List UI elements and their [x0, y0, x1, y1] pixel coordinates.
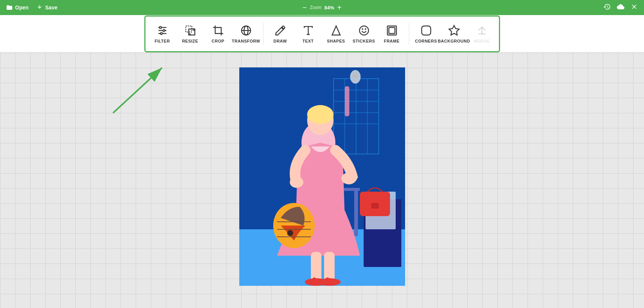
- tool-resize[interactable]: RESIZE: [177, 19, 203, 49]
- corners-label: CORNERS: [415, 39, 437, 43]
- save-label: Save: [45, 5, 58, 11]
- svg-rect-56: [313, 278, 316, 285]
- open-icon: [6, 4, 13, 11]
- merge-label: MERGE: [474, 39, 490, 43]
- draw-label: DRAW: [274, 39, 287, 43]
- svg-point-14: [359, 26, 369, 35]
- tool-frame[interactable]: FRAME: [379, 19, 405, 49]
- filter-label: FILTER: [154, 39, 170, 43]
- zoom-out-button[interactable]: −: [302, 4, 307, 11]
- tool-corners[interactable]: CORNERS: [413, 19, 439, 49]
- close-icon: [630, 3, 638, 11]
- svg-point-57: [318, 278, 341, 286]
- text-label: TEXT: [302, 39, 314, 43]
- svg-point-5: [160, 32, 162, 34]
- svg-rect-19: [422, 26, 431, 35]
- open-label: Open: [15, 5, 29, 11]
- svg-rect-58: [326, 278, 329, 285]
- tool-merge[interactable]: MERGE: [469, 19, 495, 49]
- corners-icon: [420, 24, 432, 37]
- svg-rect-38: [345, 86, 349, 116]
- tool-crop[interactable]: CROP: [205, 19, 231, 49]
- svg-point-48: [342, 173, 355, 184]
- tool-background[interactable]: BACKGROUND: [441, 19, 467, 49]
- svg-point-46: [307, 105, 333, 124]
- svg-rect-54: [324, 252, 335, 282]
- history-icon: [603, 3, 611, 11]
- zoom-label: Zoom: [310, 5, 321, 10]
- cloud-icon: [617, 3, 624, 11]
- frame-icon: [386, 24, 398, 37]
- zoom-value: 84%: [324, 5, 334, 11]
- divider-2: [409, 23, 409, 45]
- svg-rect-37: [353, 75, 357, 78]
- transform-icon: [240, 24, 252, 37]
- shapes-icon: [330, 24, 342, 37]
- svg-point-50: [287, 230, 293, 236]
- divider-1: [263, 23, 263, 45]
- save-icon: [36, 4, 43, 11]
- resize-icon: [184, 24, 196, 37]
- transform-label: TRANSFORM: [232, 39, 260, 43]
- frame-label: FRAME: [384, 39, 400, 43]
- tool-draw[interactable]: DRAW: [267, 19, 294, 49]
- topbar-left: Open Save: [6, 4, 57, 11]
- svg-marker-13: [332, 26, 340, 35]
- tool-text[interactable]: TEXT: [295, 19, 321, 49]
- save-button[interactable]: Save: [36, 4, 58, 11]
- background-label: BACKGROUND: [438, 39, 470, 43]
- crop-icon: [212, 24, 224, 37]
- stickers-label: STICKERS: [353, 39, 375, 43]
- tool-transform[interactable]: TRANSFORM: [233, 19, 259, 49]
- zoom-in-button[interactable]: +: [337, 4, 342, 11]
- cloud-button[interactable]: [617, 3, 624, 12]
- text-icon: [302, 24, 314, 37]
- svg-line-24: [113, 68, 162, 113]
- history-button[interactable]: [603, 3, 611, 12]
- tool-shapes[interactable]: SHAPES: [323, 19, 349, 49]
- svg-rect-41: [354, 191, 358, 236]
- close-button[interactable]: [630, 3, 638, 12]
- shapes-label: SHAPES: [327, 39, 345, 43]
- photo-canvas: [239, 67, 405, 286]
- draw-icon: [274, 24, 286, 37]
- filter-icon: [156, 24, 168, 37]
- stickers-icon: [358, 24, 370, 37]
- green-arrow: [106, 60, 173, 120]
- zoom-control: − Zoom 84% +: [302, 4, 341, 11]
- svg-rect-52: [371, 203, 379, 209]
- svg-rect-18: [389, 27, 395, 34]
- open-button[interactable]: Open: [6, 4, 29, 11]
- topbar-right: [603, 3, 638, 12]
- svg-point-47: [290, 177, 303, 188]
- toolbar-inner: FILTER RESIZE CROP: [144, 15, 500, 52]
- svg-point-4: [163, 29, 165, 31]
- svg-point-3: [159, 26, 161, 28]
- toolbar: FILTER RESIZE CROP: [0, 15, 644, 53]
- tool-stickers[interactable]: STICKERS: [351, 19, 377, 49]
- background-icon: [448, 24, 460, 37]
- canvas-area: [0, 53, 644, 308]
- tool-filter[interactable]: FILTER: [149, 19, 176, 49]
- fashion-photo: [239, 67, 405, 286]
- svg-marker-20: [449, 25, 459, 35]
- topbar: Open Save − Zoom 84% +: [0, 0, 644, 15]
- merge-icon: [476, 24, 488, 37]
- resize-label: RESIZE: [182, 39, 198, 43]
- svg-rect-53: [311, 252, 321, 282]
- crop-label: CROP: [212, 39, 225, 43]
